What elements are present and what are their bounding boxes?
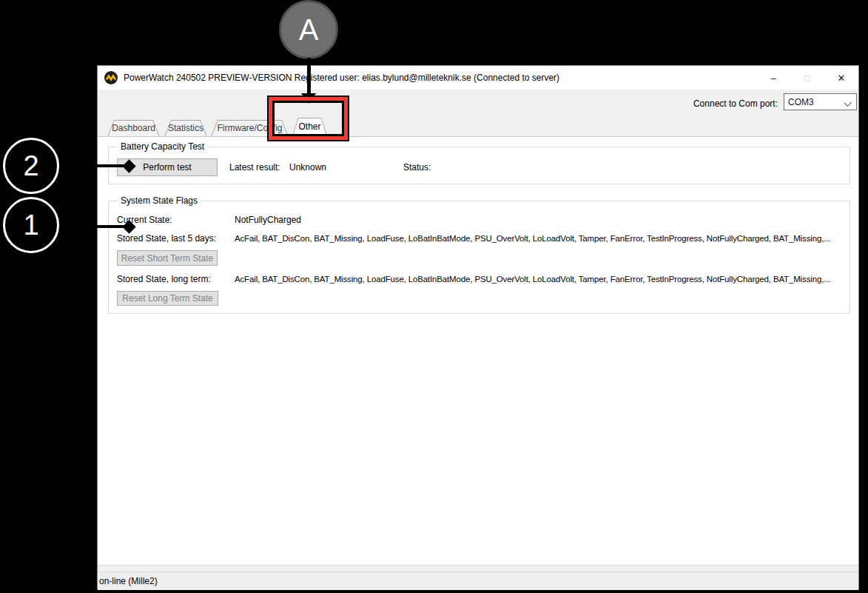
app-logo-icon xyxy=(104,71,118,84)
annotation-highlight-box xyxy=(269,97,348,140)
minimize-button[interactable]: – xyxy=(756,66,790,90)
annotation-line-2 xyxy=(59,164,124,167)
com-port-value: COM3 xyxy=(788,97,814,107)
window-controls: – □ ✕ xyxy=(756,66,858,90)
system-state-flags-group: System State Flags Current State: NotFul… xyxy=(108,201,850,314)
tab-page-other: Battery Capacity Test Perform test Lates… xyxy=(98,136,858,565)
screenshot-stage: PowerWatch 240502 PREVIEW-VERSION Regist… xyxy=(0,0,868,593)
reset-short-term-button[interactable]: Reset Short Term State xyxy=(117,250,218,266)
long-term-label: Stored State, long term: xyxy=(117,274,211,284)
com-port-label: Connect to Com port: xyxy=(693,98,778,109)
reset-long-term-button[interactable]: Reset Long Term State xyxy=(117,291,218,306)
tab-dashboard[interactable]: Dashboard xyxy=(107,120,160,137)
battery-capacity-test-group: Battery Capacity Test Perform test Lates… xyxy=(108,147,850,184)
status-bar: on-line (Mille2) xyxy=(98,572,858,590)
close-button[interactable]: ✕ xyxy=(824,66,858,90)
latest-result-label: Latest result: xyxy=(229,162,280,172)
window-title: PowerWatch 240502 PREVIEW-VERSION Regist… xyxy=(124,73,559,83)
title-bar: PowerWatch 240502 PREVIEW-VERSION Regist… xyxy=(98,66,858,90)
short-term-value: AcFail, BAT_DisCon, BAT_Missing, LoadFus… xyxy=(235,234,830,243)
tab-statistics[interactable]: Statistics xyxy=(164,120,207,137)
com-port-select[interactable]: COM3 xyxy=(784,93,857,110)
current-state-value: NotFullyCharged xyxy=(235,215,301,225)
chevron-down-icon xyxy=(844,99,852,107)
annotation-line-1 xyxy=(59,225,124,228)
short-term-label: Stored State, last 5 days: xyxy=(117,233,216,244)
status-label: Status: xyxy=(403,162,431,172)
annotation-circle-2: 2 xyxy=(3,138,59,194)
group-legend: Battery Capacity Test xyxy=(118,141,207,152)
app-window: PowerWatch 240502 PREVIEW-VERSION Regist… xyxy=(97,65,859,590)
tab-label: Statistics xyxy=(164,120,207,137)
maximize-button: □ xyxy=(790,66,824,90)
status-text: on-line (Mille2) xyxy=(99,576,158,586)
long-term-value: AcFail, BAT_DisCon, BAT_Missing, LoadFus… xyxy=(235,275,830,284)
annotation-arrow-line xyxy=(307,58,311,95)
tab-label: Dashboard xyxy=(107,120,160,137)
group-legend: System State Flags xyxy=(118,195,201,206)
annotation-circle-1: 1 xyxy=(3,197,59,253)
latest-result-value: Unknown xyxy=(289,162,326,172)
annotation-circle-a: A xyxy=(279,0,338,59)
